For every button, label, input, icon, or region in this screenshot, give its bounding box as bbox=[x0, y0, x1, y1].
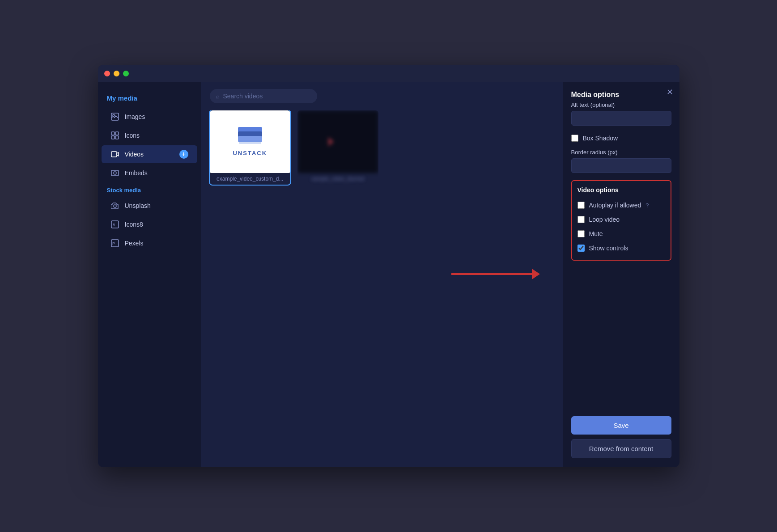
border-radius-field: Border radius (px) bbox=[571, 149, 671, 173]
autoplay-row: Autoplay if allowed ? bbox=[577, 199, 665, 211]
media-item-video1[interactable]: UNSTACK example_video_custom_d... bbox=[210, 110, 291, 185]
show-controls-row: Show controls bbox=[577, 242, 665, 254]
loop-checkbox[interactable] bbox=[577, 216, 585, 223]
svg-rect-3 bbox=[115, 132, 119, 135]
close-traffic-light[interactable] bbox=[104, 71, 110, 76]
right-panel: ✕ Media options Alt text (optional) Box … bbox=[563, 82, 679, 467]
unstack-layers bbox=[237, 127, 263, 147]
traffic-lights bbox=[104, 71, 129, 76]
search-input[interactable] bbox=[223, 93, 311, 100]
save-button[interactable]: Save bbox=[571, 416, 671, 435]
alt-text-label: Alt text (optional) bbox=[571, 101, 671, 108]
panel-actions: Save Remove from content bbox=[571, 416, 671, 458]
video-icon bbox=[110, 150, 119, 159]
svg-rect-2 bbox=[111, 132, 115, 135]
media-options-title: Media options bbox=[571, 91, 671, 99]
mute-row: Mute bbox=[577, 228, 665, 240]
mute-label[interactable]: Mute bbox=[589, 230, 603, 237]
remove-from-content-button[interactable]: Remove from content bbox=[571, 439, 671, 458]
sidebar-item-embeds[interactable]: Embeds bbox=[102, 164, 197, 182]
border-radius-input[interactable] bbox=[571, 158, 671, 173]
sidebar-item-icons[interactable]: Icons bbox=[102, 127, 197, 144]
video-options-title: Video options bbox=[577, 186, 665, 194]
center-panel: ⌕ UNSTACK bbox=[201, 82, 563, 467]
svg-point-8 bbox=[114, 172, 116, 174]
loop-row: Loop video bbox=[577, 213, 665, 226]
svg-text:8: 8 bbox=[113, 223, 115, 227]
unstack-logo: UNSTACK bbox=[233, 127, 267, 156]
sidebar-item-images[interactable]: Images bbox=[102, 108, 197, 126]
alt-text-field: Alt text (optional) bbox=[571, 101, 671, 126]
media-item-video2[interactable]: sample_video_blurred bbox=[297, 110, 378, 185]
grid-icon bbox=[110, 131, 119, 140]
loop-label[interactable]: Loop video bbox=[589, 216, 620, 223]
video1-thumbnail: UNSTACK bbox=[210, 110, 291, 173]
svg-rect-6 bbox=[111, 152, 117, 157]
titlebar bbox=[98, 65, 679, 82]
video2-label: sample_video_blurred bbox=[297, 173, 378, 185]
search-input-wrap: ⌕ bbox=[210, 89, 317, 103]
alt-text-input[interactable] bbox=[571, 111, 671, 126]
my-media-title: My media bbox=[98, 91, 201, 106]
stock-media-title: Stock media bbox=[98, 182, 201, 196]
show-controls-label[interactable]: Show controls bbox=[589, 245, 628, 252]
close-button[interactable]: ✕ bbox=[667, 88, 673, 96]
media-options-section: Media options Alt text (optional) Box Sh… bbox=[571, 91, 671, 173]
sidebar-item-videos[interactable]: Videos + bbox=[102, 145, 197, 163]
sidebar-videos-label: Videos bbox=[125, 151, 144, 158]
layer-shadow bbox=[239, 140, 261, 144]
search-bar-area: ⌕ bbox=[201, 82, 563, 110]
box-shadow-checkbox[interactable] bbox=[571, 135, 578, 142]
sidebar-images-label: Images bbox=[125, 113, 145, 120]
border-radius-label: Border radius (px) bbox=[571, 149, 671, 156]
pexels-icon: P bbox=[110, 239, 119, 248]
sidebar-unsplash-label: Unsplash bbox=[125, 202, 151, 209]
sidebar-icons8-label: Icons8 bbox=[125, 221, 143, 228]
sidebar-item-unsplash[interactable]: Unsplash bbox=[102, 197, 197, 215]
camera-icon bbox=[110, 201, 119, 210]
svg-rect-4 bbox=[111, 136, 115, 139]
sidebar-pexels-label: Pexels bbox=[125, 240, 144, 247]
svg-point-9 bbox=[114, 205, 116, 207]
app-window: My media Images bbox=[98, 65, 679, 467]
add-video-button[interactable]: + bbox=[179, 150, 188, 159]
play-icon bbox=[328, 137, 342, 146]
autoplay-checkbox[interactable] bbox=[577, 202, 585, 209]
maximize-traffic-light[interactable] bbox=[123, 71, 129, 76]
video2-thumbnail bbox=[297, 110, 378, 173]
media-grid: UNSTACK example_video_custom_d... sample… bbox=[201, 110, 563, 467]
svg-rect-5 bbox=[115, 136, 119, 139]
search-icon: ⌕ bbox=[216, 93, 220, 100]
autoplay-label[interactable]: Autoplay if allowed bbox=[589, 202, 641, 209]
video-options-section: Video options Autoplay if allowed ? Loop… bbox=[571, 180, 671, 261]
icons8-icon: 8 bbox=[110, 220, 119, 229]
video1-label: example_video_custom_d... bbox=[210, 173, 291, 185]
embed-icon bbox=[110, 169, 119, 177]
sidebar: My media Images bbox=[98, 82, 201, 467]
sidebar-item-icons8[interactable]: 8 Icons8 bbox=[102, 215, 197, 233]
show-controls-checkbox[interactable] bbox=[577, 245, 585, 252]
mute-checkbox[interactable] bbox=[577, 230, 585, 237]
unstack-brand-text: UNSTACK bbox=[233, 150, 267, 156]
autoplay-help-icon[interactable]: ? bbox=[645, 202, 649, 209]
sidebar-embeds-label: Embeds bbox=[125, 169, 148, 177]
main-content: My media Images bbox=[98, 82, 679, 467]
svg-text:P: P bbox=[112, 241, 115, 246]
box-shadow-label[interactable]: Box Shadow bbox=[583, 135, 618, 142]
sidebar-icons-label: Icons bbox=[125, 132, 140, 139]
box-shadow-row: Box Shadow bbox=[571, 132, 671, 144]
minimize-traffic-light[interactable] bbox=[114, 71, 119, 76]
sidebar-item-pexels[interactable]: P Pexels bbox=[102, 234, 197, 252]
image-icon bbox=[110, 112, 119, 121]
svg-rect-7 bbox=[111, 170, 119, 176]
